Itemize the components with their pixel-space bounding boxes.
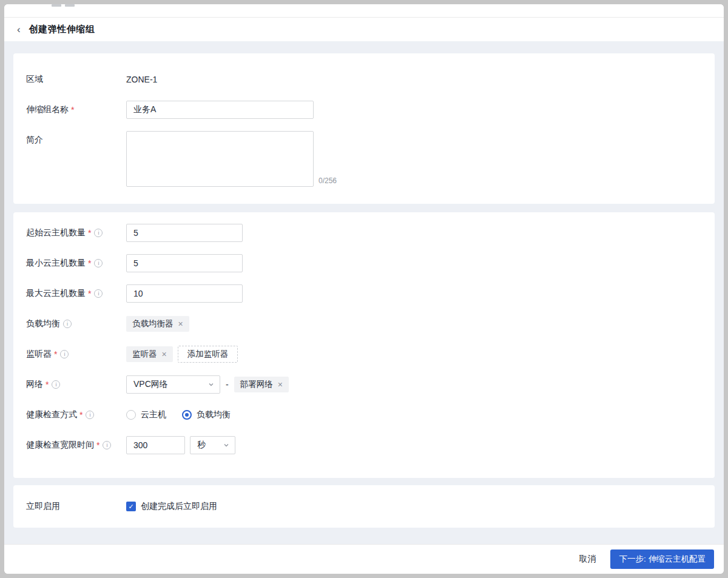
- radio-option-load-balancer-label: 负载均衡: [197, 409, 231, 420]
- health-check-mode-options: 云主机 负载均衡: [126, 406, 231, 424]
- name-input[interactable]: [126, 101, 314, 119]
- radio-option-vm-label: 云主机: [141, 409, 166, 420]
- intro-label-text: 简介: [26, 135, 43, 146]
- radio-icon[interactable]: [126, 410, 136, 420]
- remove-icon[interactable]: ×: [162, 350, 167, 358]
- zone-value-col: ZONE-1: [126, 70, 157, 89]
- remove-icon[interactable]: ×: [278, 380, 283, 389]
- health-check-mode-label: 健康检查方式 * i: [26, 409, 126, 420]
- intro-value-col: 0/256: [126, 131, 337, 187]
- listener-label: 监听器 * i: [26, 349, 126, 360]
- page-title: 创建弹性伸缩组: [29, 24, 95, 35]
- min-count-input[interactable]: [126, 254, 243, 272]
- grace-period-row: 健康检查宽限时间 * i 秒: [26, 436, 702, 454]
- start-count-input[interactable]: [126, 224, 243, 242]
- checkbox-checked-icon[interactable]: ✓: [126, 502, 136, 511]
- grace-period-input[interactable]: [126, 436, 185, 454]
- max-count-input[interactable]: [126, 284, 243, 303]
- remove-icon[interactable]: ×: [178, 320, 183, 328]
- deploy-network-tag: 部署网络 ×: [234, 377, 289, 392]
- grace-unit-value: 秒: [197, 440, 206, 451]
- min-count-value-col: [126, 254, 243, 272]
- required-mark: *: [46, 380, 49, 389]
- enable-label: 立即启用: [26, 501, 126, 512]
- info-icon[interactable]: i: [60, 350, 69, 358]
- network-value-col: VPC网络 - 部署网络 ×: [126, 375, 289, 394]
- required-mark: *: [54, 349, 57, 359]
- network-row: 网络 * i VPC网络 - 部署网络 ×: [26, 375, 702, 394]
- listener-value-col: 监听器 × 添加监听器: [126, 345, 238, 363]
- basic-info-card: 区域 ZONE-1 伸缩组名称 * 简介: [13, 53, 715, 204]
- min-count-label-text: 最小云主机数量: [26, 258, 86, 269]
- min-count-row: 最小云主机数量 * i: [26, 254, 702, 272]
- max-count-value-col: [126, 284, 243, 303]
- required-mark: *: [71, 105, 74, 115]
- info-icon[interactable]: i: [103, 441, 111, 449]
- name-label: 伸缩组名称 *: [26, 104, 126, 115]
- min-count-label: 最小云主机数量 * i: [26, 258, 126, 269]
- zone-label: 区域: [26, 74, 126, 85]
- load-balancer-row: 负载均衡 i 负载均衡器 ×: [26, 315, 702, 333]
- name-row: 伸缩组名称 *: [26, 101, 702, 119]
- intro-textarea[interactable]: [126, 131, 314, 187]
- required-mark: *: [88, 289, 91, 298]
- back-chevron-icon[interactable]: ‹: [15, 23, 23, 36]
- intro-label: 简介: [26, 131, 126, 146]
- info-icon[interactable]: i: [52, 380, 60, 389]
- create-scaling-group-page: ‹ 创建弹性伸缩组 区域 ZONE-1 伸缩组名称 *: [4, 4, 724, 574]
- add-listener-button[interactable]: 添加监听器: [178, 346, 238, 363]
- grace-period-label-text: 健康检查宽限时间: [26, 440, 94, 451]
- radio-selected-icon[interactable]: [182, 410, 192, 420]
- enable-value-col: ✓ 创建完成后立即启用: [126, 497, 217, 516]
- next-step-button[interactable]: 下一步: 伸缩云主机配置: [610, 549, 714, 569]
- load-balancer-value-col: 负载均衡器 ×: [126, 315, 189, 333]
- radio-option-load-balancer[interactable]: 负载均衡: [182, 409, 231, 420]
- info-icon[interactable]: i: [86, 411, 94, 419]
- info-icon[interactable]: i: [94, 229, 103, 237]
- network-label-text: 网络: [26, 379, 43, 390]
- health-check-mode-row: 健康检查方式 * i 云主机 负载均衡: [26, 406, 702, 424]
- clipped-tab-text: [52, 4, 75, 7]
- radio-option-vm[interactable]: 云主机: [126, 409, 166, 420]
- zone-value: ZONE-1: [126, 75, 157, 84]
- enable-checkbox-label: 创建完成后立即启用: [141, 501, 217, 512]
- info-icon[interactable]: i: [94, 259, 103, 267]
- page-header: ‹ 创建弹性伸缩组: [4, 18, 724, 41]
- listener-label-text: 监听器: [26, 349, 52, 360]
- load-balancer-label: 负载均衡 i: [26, 318, 126, 329]
- grace-period-value-col: 秒: [126, 436, 235, 454]
- load-balancer-label-text: 负载均衡: [26, 318, 60, 329]
- form-content: 区域 ZONE-1 伸缩组名称 * 简介: [4, 41, 724, 544]
- scaling-config-card: 起始云主机数量 * i 最小云主机数量 * i: [13, 212, 715, 478]
- name-value-col: [126, 101, 314, 119]
- top-clipped-bar: [4, 4, 724, 18]
- health-check-mode-label-text: 健康检查方式: [26, 409, 77, 420]
- network-separator: -: [226, 380, 229, 389]
- listener-tag-text: 监听器: [132, 349, 157, 360]
- listener-tag: 监听器 ×: [126, 346, 173, 362]
- max-count-row: 最大云主机数量 * i: [26, 284, 702, 303]
- start-count-label: 起始云主机数量 * i: [26, 227, 126, 238]
- deploy-network-tag-text: 部署网络: [240, 379, 273, 390]
- network-label: 网络 * i: [26, 379, 126, 390]
- enable-label-text: 立即启用: [26, 501, 60, 512]
- network-select[interactable]: VPC网络: [126, 375, 220, 394]
- footer-bar: 取消 下一步: 伸缩云主机配置: [4, 544, 724, 574]
- chevron-down-icon: [208, 381, 214, 388]
- enable-row: 立即启用 ✓ 创建完成后立即启用: [26, 497, 702, 516]
- required-mark: *: [88, 228, 91, 238]
- info-icon[interactable]: i: [63, 320, 72, 328]
- cancel-button[interactable]: 取消: [574, 550, 601, 568]
- load-balancer-tag: 负载均衡器 ×: [126, 316, 189, 332]
- grace-period-label: 健康检查宽限时间 * i: [26, 440, 126, 451]
- required-mark: *: [88, 258, 91, 268]
- load-balancer-tag-text: 负载均衡器: [132, 318, 174, 329]
- name-label-text: 伸缩组名称: [26, 104, 69, 115]
- network-select-value: VPC网络: [133, 379, 168, 390]
- listener-row: 监听器 * i 监听器 × 添加监听器: [26, 345, 702, 363]
- info-icon[interactable]: i: [94, 289, 103, 298]
- max-count-label-text: 最大云主机数量: [26, 288, 86, 299]
- grace-unit-select[interactable]: 秒: [190, 436, 235, 454]
- start-count-label-text: 起始云主机数量: [26, 227, 86, 238]
- required-mark: *: [79, 410, 83, 420]
